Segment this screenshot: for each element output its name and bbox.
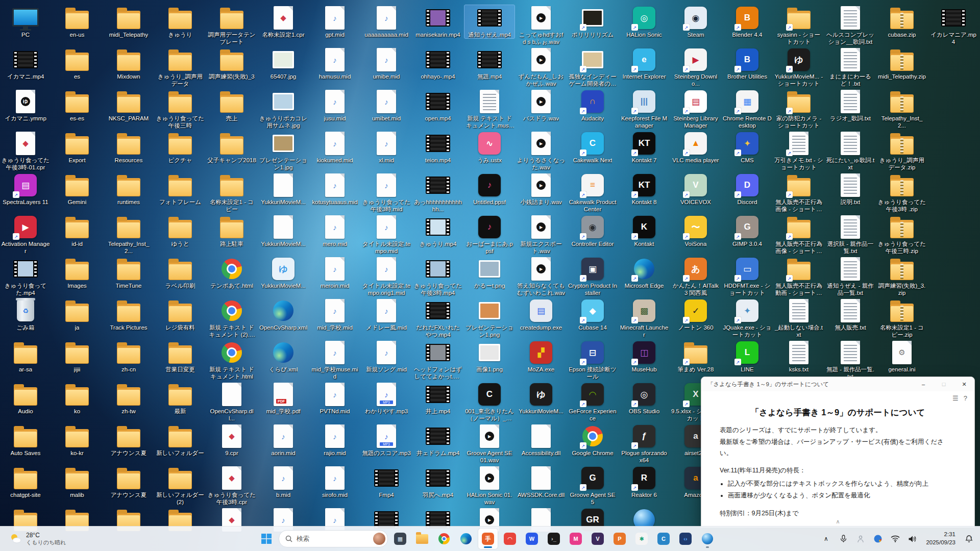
desktop-icon[interactable]: Auto Saves (1, 423, 51, 457)
desktop-icon[interactable]: ↗無人販売不正行為動画 - ショートカット (774, 256, 824, 296)
desktop-icon[interactable]: ♪タイトル未設定.tempo.orig1.mid (361, 256, 411, 296)
search-box[interactable]: 検索 (279, 530, 388, 547)
start-button[interactable] (257, 529, 276, 549)
desktop-icon[interactable]: C↗Cakewalk Next (568, 131, 618, 164)
desktop-icon[interactable]: ゆYukkuriMovieM... (258, 256, 308, 289)
desktop-icon[interactable]: ヘルスコンプレッション__歌詞.txt (825, 5, 875, 45)
tray-blue-sphere-icon[interactable] (871, 530, 885, 548)
desktop-icon[interactable]: ▶新規エクスポート.wav (516, 214, 566, 255)
desktop-icon[interactable]: 羽尻へ.mp4 (413, 465, 463, 498)
desktop-icon[interactable]: Images (52, 256, 102, 289)
desktop-icon[interactable]: ⚙general.ini (877, 340, 927, 373)
desktop-icon[interactable]: ♪umibe.mid (361, 47, 411, 80)
desktop-icon[interactable]: Gemini (52, 172, 102, 206)
desktop-icon[interactable]: 井ェドラム.mp4 (413, 423, 463, 457)
taskbar-app-app-orange-p[interactable]: P (610, 529, 629, 549)
taskbar-app-file-explorer[interactable] (412, 529, 432, 549)
desktop-icon[interactable]: 名称未設定1 - コピー (207, 172, 257, 213)
desktop-icon[interactable]: Accessibility.dll (516, 423, 566, 457)
desktop-icon[interactable]: Track Pictures (104, 298, 154, 331)
minimize-button[interactable]: – (913, 377, 934, 391)
desktop-icon[interactable]: ゆイカマニ.ymmp (1, 89, 51, 122)
desktop-icon[interactable]: 無人販売.txt (825, 298, 875, 331)
desktop-icon[interactable]: プレゼンテーション1.jpg (258, 131, 308, 171)
desktop-icon[interactable]: きゅうり.mp4 (413, 214, 463, 247)
tray-chevron-up-icon[interactable]: ∧ (819, 530, 833, 548)
desktop-icon[interactable]: ▩↗Minecraft Launcher (619, 298, 669, 338)
desktop-icon[interactable]: 無題 - 親作品一覧.txt (825, 340, 875, 380)
desktop-icon[interactable]: 新規 テキスト ドキュメント.html (207, 340, 257, 380)
desktop-icon[interactable]: cubase.zip (877, 5, 927, 38)
maximize-button[interactable]: □ (934, 377, 954, 391)
desktop-icon[interactable]: ▶↗Steinberg Downlo... (671, 47, 721, 87)
desktop-icon[interactable]: K↗Kontakt (619, 214, 669, 247)
desktop-icon[interactable]: ♪meroin.mid (310, 256, 360, 289)
dialog-titlebar[interactable]: 「さよなら手書き 1～9」のサポートについて – □ ✕ (701, 377, 974, 391)
desktop-icon-selected[interactable]: 通知うぜえ.mp4 (464, 5, 514, 38)
desktop-icon[interactable]: ▶↗Activation Manager (1, 214, 51, 255)
desktop-icon[interactable]: ↗Microsoft Edge (619, 256, 669, 289)
desktop-icon[interactable]: _起動しない場合.txt (774, 298, 824, 338)
desktop-icon[interactable]: ↗孤独なインディーゲーム開発者の一生 ... (568, 47, 618, 87)
desktop-icon[interactable]: ♪mid_学校.mid (310, 298, 360, 331)
desktop-icon[interactable]: ⊟↗Epson 接続診断ツール (568, 340, 618, 380)
desktop-icon[interactable]: ラベル印刷 (155, 256, 205, 289)
desktop-icon[interactable]: G↗Groove Agent SE 5 (568, 465, 618, 506)
desktop-icon[interactable]: かるーt.png (464, 256, 514, 289)
desktop-icon[interactable]: ♪おーばーまにあ.ppsf (464, 214, 514, 255)
desktop-icon[interactable]: OpenCvSharp.xml (258, 298, 308, 331)
desktop-icon[interactable]: 〜↗VoiSona (671, 214, 721, 247)
desktop-icon[interactable]: ▶よりうるさくなった.wav (516, 131, 566, 171)
desktop-icon[interactable]: e↗Internet Explorer (619, 47, 669, 80)
desktop-icon[interactable]: ♪rajio.mid (310, 423, 360, 457)
desktop-icon[interactable]: ♪kiokumed.mid (310, 131, 360, 164)
search-highlight-image[interactable] (373, 533, 385, 545)
weather-widget[interactable]: 28°C くもりのち晴れ (5, 529, 70, 549)
desktop-icon[interactable]: ♪aorin.mid (258, 423, 308, 457)
desktop-icon[interactable]: ▦↗Chrome Remote Desktop (722, 89, 772, 129)
desktop-icon[interactable]: NKSC_PARAM (104, 89, 154, 122)
desktop-icon[interactable]: ピクチャ (155, 131, 205, 164)
taskbar-app-cubase[interactable]: C (654, 529, 673, 549)
desktop-icon[interactable]: ◎↗HALion Sonic (619, 5, 669, 38)
desktop-icon[interactable]: ♪新規ソング.mid (361, 340, 411, 373)
desktop-icon[interactable]: Fmp4 (361, 465, 411, 498)
microphone-icon[interactable] (836, 530, 850, 548)
desktop-icon[interactable]: ゆYukkuriMovieM... (516, 382, 566, 415)
desktop-icon[interactable]: 父子キャンプ2018 (207, 131, 257, 164)
taskbar-app-chatgpt[interactable]: ✱ (632, 529, 651, 549)
desktop-icon[interactable]: ↗筆まめ Ver.28 (671, 340, 721, 373)
desktop-icon[interactable]: ▤createdump.exe (516, 298, 566, 331)
taskbar-app-steinberg-sphere[interactable] (698, 529, 717, 549)
desktop-icon[interactable]: テンポあて.html (207, 256, 257, 289)
desktop-icon[interactable]: ◫↗MuseHub (619, 340, 669, 373)
desktop-icon[interactable]: jijii (52, 340, 102, 373)
desktop-icon[interactable]: ↗無人販売不正行為画像 - ショートカット (774, 214, 824, 255)
desktop-icon[interactable]: プレゼンテーション1.png (464, 298, 514, 338)
desktop-icon[interactable]: ▣↗Crypton Product Installer (568, 256, 618, 296)
desktop-icon[interactable]: あ↗かんたん！AITalk 3 関西風 (671, 256, 721, 296)
desktop-icon[interactable]: 路上駐車 (207, 214, 257, 247)
desktop-icon[interactable]: OpenCvSharp.dll... (207, 382, 257, 422)
desktop-icon[interactable]: ♪uaaaaaaaaa.mid (361, 5, 411, 38)
desktop-icon[interactable]: きゅうり食ってた午後3時.mp4 (413, 256, 463, 296)
taskbar-app-task-view[interactable]: ▦ (390, 529, 410, 549)
desktop-icon[interactable]: Resources (104, 131, 154, 164)
desktop-icon[interactable]: 画像1.png (464, 340, 514, 373)
desktop-icon[interactable]: ♪きゅうり食ってた午後3時.mid (361, 172, 411, 213)
desktop-icon[interactable]: ▤↗Steinberg Library Manager (671, 89, 721, 129)
desktop-icon[interactable]: ◠↗GeForce Experience (568, 382, 618, 422)
desktop-icon[interactable]: Mixdown (104, 47, 154, 80)
desktop-icon[interactable]: KT↗Kontakt 8 (619, 172, 669, 206)
desktop-icon[interactable]: フォトフレーム (155, 172, 205, 206)
desktop-icon[interactable]: ✓↗ノートン 360 (671, 298, 721, 331)
desktop-icon[interactable]: ▶答え知らなくてもむずいわこれ.wav (516, 256, 566, 296)
desktop-icon[interactable]: ko (52, 382, 102, 415)
desktop-icon[interactable]: |||↗Keepforest File Manager (619, 89, 669, 129)
desktop-icon[interactable]: レジ袋有料 (155, 298, 205, 331)
desktop-icon[interactable]: YukkuriMovieM... (258, 214, 308, 247)
desktop-icon[interactable]: ♪MP3わかりやす.mp3 (361, 382, 411, 415)
desktop-icon[interactable]: 井上.mp4 (413, 382, 463, 415)
desktop-icon[interactable]: 選択肢 - 親作品一覧.txt (825, 214, 875, 255)
desktop-icon[interactable]: ko-kr (52, 423, 102, 457)
